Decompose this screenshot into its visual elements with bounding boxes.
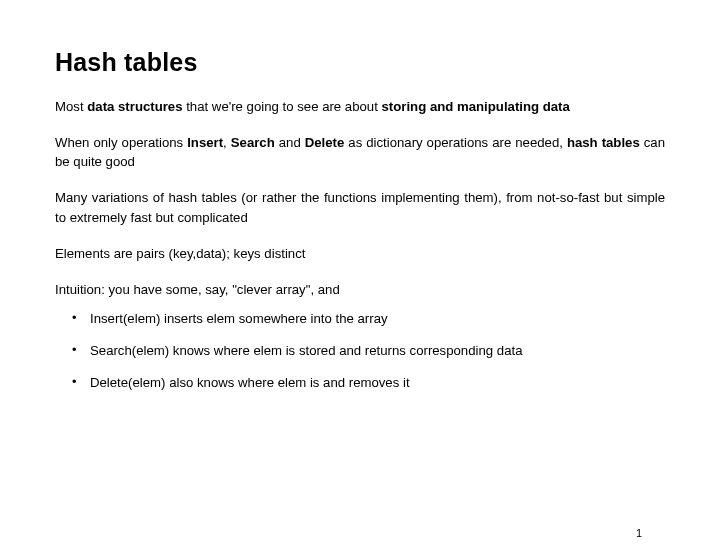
document-page: Hash tables Most data structures that we… — [0, 0, 720, 557]
paragraph-4: Elements are pairs (key,data); keys dist… — [55, 244, 665, 263]
bold-text: hash tables — [567, 135, 640, 150]
paragraph-5: Intuition: you have some, say, "clever a… — [55, 280, 665, 299]
text: that we're going to see are about — [183, 99, 382, 114]
text: Most — [55, 99, 87, 114]
text: as dictionary operations are needed, — [344, 135, 567, 150]
page-number: 1 — [636, 527, 642, 539]
text: and — [275, 135, 305, 150]
bullet-list: Insert(elem) inserts elem somewhere into… — [55, 309, 665, 392]
paragraph-3: Many variations of hash tables (or rathe… — [55, 188, 665, 226]
list-item: Insert(elem) inserts elem somewhere into… — [90, 309, 665, 328]
text: When only operations — [55, 135, 187, 150]
list-item: Search(elem) knows where elem is stored … — [90, 341, 665, 360]
page-title: Hash tables — [55, 48, 665, 77]
paragraph-2: When only operations Insert, Search and … — [55, 133, 665, 171]
bold-text: Delete — [305, 135, 345, 150]
bold-text: Search — [231, 135, 275, 150]
text: , — [223, 135, 231, 150]
bold-text: data structures — [87, 99, 182, 114]
bold-text: Insert — [187, 135, 223, 150]
list-item: Delete(elem) also knows where elem is an… — [90, 373, 665, 392]
paragraph-1: Most data structures that we're going to… — [55, 97, 665, 116]
bold-text: storing and manipulating data — [382, 99, 570, 114]
